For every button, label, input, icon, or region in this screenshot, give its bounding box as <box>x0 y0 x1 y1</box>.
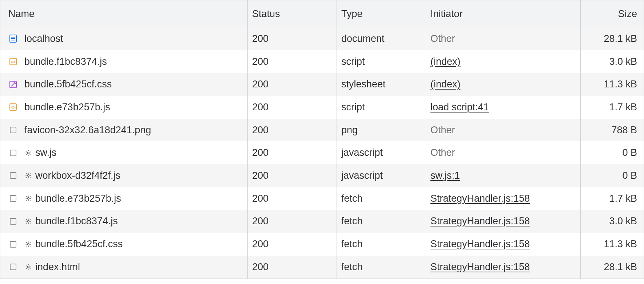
initiator-link[interactable]: (index) <box>430 79 461 90</box>
blank-file-icon <box>8 240 18 249</box>
cell-status: 200 <box>248 210 337 233</box>
network-table: Name Status Type Initiator Size localhos… <box>0 0 644 279</box>
document-file-icon <box>8 34 18 43</box>
cell-initiator: load script:41 <box>426 96 581 119</box>
table-row[interactable]: bundle.5fb425cf.css200stylesheet(index)1… <box>0 73 644 96</box>
initiator-link[interactable]: (index) <box>430 56 461 67</box>
cell-size: 0 B <box>581 141 644 164</box>
column-header-size[interactable]: Size <box>581 0 644 27</box>
initiator-link[interactable]: StrategyHandler.js:158 <box>430 238 530 250</box>
request-name: bundle.5fb425cf.css <box>24 79 112 90</box>
cell-initiator: StrategyHandler.js:158 <box>426 187 581 210</box>
cell-initiator: Other <box>426 119 581 142</box>
request-name: bundle.e73b257b.js <box>24 102 110 113</box>
cell-type: fetch <box>337 256 426 279</box>
cell-status: 200 <box>248 141 337 164</box>
blank-file-icon <box>8 194 18 203</box>
cell-size: 0 B <box>581 164 644 187</box>
column-header-initiator[interactable]: Initiator <box>426 0 581 27</box>
cell-name: workbox-d32f4f2f.js <box>0 164 248 187</box>
initiator-text: Other <box>430 33 455 44</box>
gear-icon <box>24 217 32 225</box>
request-name: index.html <box>35 261 80 273</box>
cell-size: 28.1 kB <box>581 256 644 279</box>
cell-name: localhost <box>0 27 248 50</box>
request-name: bundle.f1bc8374.js <box>35 216 118 227</box>
js-file-icon <box>8 102 18 112</box>
cell-size: 1.7 kB <box>581 187 644 210</box>
cell-status: 200 <box>248 96 337 119</box>
blank-file-icon <box>8 171 18 180</box>
table-row[interactable]: bundle.5fb425cf.css200fetchStrategyHandl… <box>0 233 644 256</box>
column-header-name[interactable]: Name <box>0 0 248 27</box>
blank-file-icon <box>8 217 18 226</box>
cell-status: 200 <box>248 233 337 256</box>
cell-name: sw.js <box>0 141 248 164</box>
request-name: workbox-d32f4f2f.js <box>35 170 120 181</box>
table-row[interactable]: workbox-d32f4f2f.js200javascriptsw.js:10… <box>0 164 644 187</box>
cell-status: 200 <box>248 119 337 142</box>
cell-type: fetch <box>337 233 426 256</box>
cell-status: 200 <box>248 256 337 279</box>
table-header-row: Name Status Type Initiator Size <box>0 0 644 27</box>
cell-type: fetch <box>337 187 426 210</box>
cell-initiator: Other <box>426 141 581 164</box>
cell-initiator: StrategyHandler.js:158 <box>426 256 581 279</box>
blank-file-icon <box>8 125 18 135</box>
gear-icon <box>24 263 32 271</box>
cell-initiator: Other <box>426 27 581 50</box>
cell-type: javascript <box>337 141 426 164</box>
table-row[interactable]: index.html200fetchStrategyHandler.js:158… <box>0 256 644 279</box>
table-row[interactable]: bundle.e73b257b.js200scriptload script:4… <box>0 96 644 119</box>
cell-type: png <box>337 119 426 142</box>
gear-icon <box>24 171 32 180</box>
cell-size: 788 B <box>581 119 644 142</box>
cell-name: bundle.5fb425cf.css <box>0 73 248 96</box>
column-header-status[interactable]: Status <box>248 0 337 27</box>
cell-size: 3.0 kB <box>581 210 644 233</box>
gear-icon <box>24 149 32 157</box>
request-name: sw.js <box>35 147 57 158</box>
cell-initiator: (index) <box>426 73 581 96</box>
table-row[interactable]: bundle.f1bc8374.js200fetchStrategyHandle… <box>0 210 644 233</box>
request-name: bundle.f1bc8374.js <box>24 56 107 67</box>
js-file-icon <box>8 57 18 66</box>
initiator-link[interactable]: sw.js:1 <box>430 170 460 181</box>
column-header-type[interactable]: Type <box>337 0 426 27</box>
initiator-link[interactable]: StrategyHandler.js:158 <box>430 216 530 227</box>
cell-size: 1.7 kB <box>581 96 644 119</box>
request-name: bundle.e73b257b.js <box>35 193 121 204</box>
table-row[interactable]: sw.js200javascriptOther0 B <box>0 141 644 164</box>
cell-size: 11.3 kB <box>581 233 644 256</box>
table-row[interactable]: localhost200documentOther28.1 kB <box>0 27 644 50</box>
request-name: localhost <box>24 33 63 44</box>
cell-name: index.html <box>0 256 248 279</box>
table-row[interactable]: bundle.e73b257b.js200fetchStrategyHandle… <box>0 187 644 210</box>
cell-type: script <box>337 96 426 119</box>
initiator-link[interactable]: StrategyHandler.js:158 <box>430 193 530 204</box>
cell-name: bundle.f1bc8374.js <box>0 50 248 73</box>
cell-size: 28.1 kB <box>581 27 644 50</box>
gear-icon <box>24 240 32 248</box>
gear-icon <box>24 194 32 202</box>
cell-size: 11.3 kB <box>581 73 644 96</box>
cell-initiator: sw.js:1 <box>426 164 581 187</box>
initiator-link[interactable]: load script:41 <box>430 102 489 113</box>
initiator-text: Other <box>430 125 455 136</box>
cell-name: favicon-32x32.6a18d241.png <box>0 119 248 142</box>
cell-name: bundle.5fb425cf.css <box>0 233 248 256</box>
cell-type: fetch <box>337 210 426 233</box>
cell-type: stylesheet <box>337 73 426 96</box>
cell-status: 200 <box>248 164 337 187</box>
initiator-link[interactable]: StrategyHandler.js:158 <box>430 261 530 273</box>
cell-status: 200 <box>248 27 337 50</box>
cell-type: javascript <box>337 164 426 187</box>
cell-type: script <box>337 50 426 73</box>
table-row[interactable]: bundle.f1bc8374.js200script(index)3.0 kB <box>0 50 644 73</box>
css-file-icon <box>8 80 18 89</box>
initiator-text: Other <box>430 147 455 158</box>
cell-name: bundle.f1bc8374.js <box>0 210 248 233</box>
table-row[interactable]: favicon-32x32.6a18d241.png200pngOther788… <box>0 119 644 142</box>
cell-name: bundle.e73b257b.js <box>0 187 248 210</box>
cell-initiator: (index) <box>426 50 581 73</box>
